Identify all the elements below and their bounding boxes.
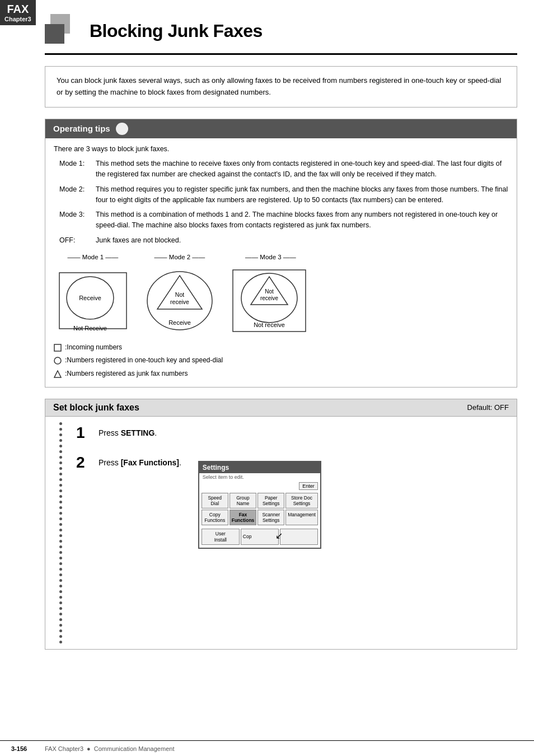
header-badge (116, 123, 128, 135)
step1-row: 1 Press SETTING. (76, 425, 511, 441)
copy-functions-btn[interactable]: CopyFunctions (202, 510, 228, 525)
page-title: Blocking Junk Faxes (90, 21, 263, 41)
mode1-label: Mode 1: (59, 158, 96, 169)
fax-functions-btn[interactable]: FaxFunctions (229, 510, 257, 525)
dot (59, 523, 62, 526)
diagram-mode1: —— Mode 1 —— Receive Not Receive (54, 253, 132, 337)
management-btn[interactable]: Management (285, 510, 318, 525)
dot (59, 613, 62, 615)
diagram-mode2-label: —— Mode 2 —— (154, 253, 205, 262)
dot (59, 461, 62, 464)
footer-text: FAX Chapter3 (45, 745, 83, 752)
dots-column (45, 417, 76, 649)
group-name-btn[interactable]: Group Name (229, 493, 257, 508)
dot (59, 573, 62, 576)
set-block-header: Set block junk faxes Default: OFF (45, 399, 517, 416)
legend-row-triangle: :Numbers registered as junk fax numbers (54, 368, 508, 380)
steps-area: 1 Press SETTING. 2 Press [Fax Functions]… (76, 417, 517, 649)
step2-text: Press [Fax Functions]. Settings Select i… (99, 455, 511, 549)
mode1-desc: This method sets the machine to receive … (96, 158, 508, 180)
page-footer: 3-156 FAX Chapter3 ● Communication Manag… (0, 740, 534, 756)
set-block-title: Set block junk faxes (53, 403, 139, 413)
dot (59, 641, 62, 643)
enter-button[interactable]: Enter (299, 482, 318, 490)
legend-row-square: :Incoming numbers (54, 342, 508, 354)
dot (59, 484, 62, 487)
dot (59, 629, 62, 632)
step2-number: 2 (76, 455, 99, 470)
dot (59, 517, 62, 520)
cursor-icon: ↙ (275, 530, 283, 541)
set-block-section: Set block junk faxes Default: OFF (45, 399, 517, 650)
corner-label: FAX Chapter3 (0, 0, 36, 25)
dot (59, 445, 62, 447)
svg-rect-15 (54, 344, 61, 351)
svg-text:Not: Not (175, 291, 184, 298)
footer-section: Communication Management (94, 745, 175, 752)
dot (59, 585, 62, 587)
step2-row: 2 Press [Fax Functions]. Settings Select… (76, 455, 511, 549)
diagram-mode2: —— Mode 2 —— Not receive Receive (140, 253, 219, 337)
corner-chapter: Chapter3 (4, 16, 31, 23)
dot (59, 545, 62, 548)
dot (59, 478, 62, 481)
dot (59, 495, 62, 498)
diagram-mode3: —— Mode 3 —— Not receive Not receive (227, 253, 314, 337)
mode2-label: Mode 2: (59, 184, 96, 195)
footer-separator: ● (87, 745, 91, 752)
dot (59, 618, 62, 621)
dot (59, 562, 62, 565)
set-block-body: 1 Press SETTING. 2 Press [Fax Functions]… (45, 416, 517, 650)
dot (59, 624, 62, 627)
dot (59, 601, 62, 604)
dot (59, 568, 62, 571)
dot (59, 540, 62, 543)
scanner-settings-btn[interactable]: ScannerSettings (257, 510, 284, 525)
step1-bold: SETTING (121, 428, 155, 437)
step2-bold: [Fax Functions] (121, 458, 179, 467)
step2-pre: Press (99, 458, 121, 467)
square-icon (54, 344, 62, 352)
off-label: OFF: (59, 235, 96, 246)
dot (59, 506, 62, 509)
user-install-btn[interactable]: UserInstall (202, 529, 240, 544)
dot (59, 456, 62, 459)
dot (59, 467, 62, 470)
off-desc: Junk faxes are not blocked. (96, 235, 508, 246)
operating-tips-section: Operating tips There are 3 ways to block… (45, 119, 517, 388)
diagram-mode3-label: —— Mode 3 —— (245, 253, 296, 262)
operating-tips-header: Operating tips (45, 119, 517, 138)
mode3-desc: This method is a combination of methods … (96, 209, 508, 231)
mode-row-3: Mode 3: This method is a combination of … (59, 209, 508, 231)
empty-btn[interactable] (280, 529, 318, 544)
diagram-mode1-svg: Receive Not Receive (54, 264, 132, 337)
legend-triangle-text: :Numbers registered as junk fax numbers (65, 368, 188, 380)
svg-point-16 (54, 357, 61, 364)
svg-text:Not Receive: Not Receive (73, 325, 107, 332)
intro-box: You can block junk faxes several ways, s… (45, 66, 517, 108)
footer-page-num: 3-156 (11, 745, 45, 752)
diagram-mode3-svg: Not receive Not receive (227, 264, 314, 337)
settings-buttons-grid: Speed Dial Group Name PaperSettings Stor… (199, 491, 320, 528)
diagram-mode2-svg: Not receive Receive (140, 264, 219, 337)
circle-icon (54, 357, 62, 365)
dot (59, 489, 62, 492)
dot (59, 557, 62, 559)
step1-after: . (154, 428, 157, 437)
svg-text:receive: receive (170, 298, 189, 305)
svg-text:receive: receive (260, 295, 279, 301)
settings-screen: Settings Select item to edit. Enter Spee… (198, 461, 321, 549)
store-doc-btn[interactable]: Store DocSettings (285, 493, 318, 508)
step2-instruction: Press [Fax Functions]. (99, 458, 181, 467)
dot (59, 596, 62, 599)
dot (59, 501, 62, 503)
mode-row-1: Mode 1: This method sets the machine to … (59, 158, 508, 180)
dot (59, 551, 62, 554)
settings-enter-row: Enter (199, 481, 320, 491)
speed-dial-btn[interactable]: Speed Dial (202, 493, 228, 508)
paper-settings-btn[interactable]: PaperSettings (257, 493, 284, 508)
title-section: Blocking Junk Faxes (45, 6, 517, 55)
mode3-label: Mode 3: (59, 209, 96, 220)
cop-btn[interactable]: Cop ↙ (241, 529, 279, 544)
mode-row-off: OFF: Junk faxes are not blocked. (59, 235, 508, 246)
